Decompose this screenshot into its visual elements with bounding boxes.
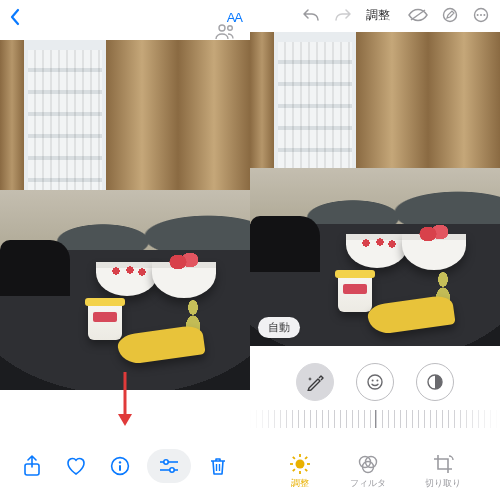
svg-line-32 <box>305 457 307 459</box>
svg-point-8 <box>164 460 168 464</box>
more-button[interactable] <box>472 7 490 23</box>
adjust-icon <box>289 453 311 475</box>
tab-filter[interactable]: フィルタ <box>350 453 386 490</box>
exposure-dial[interactable] <box>356 363 394 401</box>
brilliance-dial[interactable] <box>416 363 454 401</box>
header-title: 調整 <box>366 7 390 24</box>
svg-point-20 <box>368 375 382 389</box>
svg-point-14 <box>444 9 457 22</box>
auto-enhance-dial[interactable] <box>296 363 334 401</box>
viewer-toolbar <box>0 446 250 486</box>
svg-point-10 <box>170 468 174 472</box>
auto-enhance-chip[interactable]: 自動 <box>258 317 300 338</box>
redo-button[interactable] <box>334 7 352 23</box>
svg-point-17 <box>480 14 482 16</box>
edit-tabs: 調整 フィルタ 切り取り <box>250 453 500 490</box>
undo-button[interactable] <box>302 7 320 23</box>
svg-point-24 <box>296 460 305 469</box>
svg-rect-6 <box>119 465 121 471</box>
tab-label: フィルタ <box>350 477 386 490</box>
svg-point-5 <box>119 461 121 463</box>
adjustment-slider[interactable] <box>250 410 500 428</box>
edit-header: 調整 <box>250 0 500 30</box>
adjustment-dials <box>250 358 500 406</box>
edit-button[interactable] <box>147 449 191 483</box>
photo-edit-screen: 調整 <box>250 0 500 500</box>
info-button[interactable] <box>103 449 137 483</box>
svg-line-29 <box>293 457 295 459</box>
annotation-arrow-down <box>116 370 134 428</box>
crop-icon <box>432 453 454 475</box>
tab-crop[interactable]: 切り取り <box>425 453 461 490</box>
svg-point-18 <box>483 14 485 16</box>
favorite-button[interactable] <box>59 449 93 483</box>
tab-label: 調整 <box>291 477 309 490</box>
svg-line-31 <box>293 469 295 471</box>
markup-button[interactable] <box>442 7 458 23</box>
svg-point-22 <box>376 379 378 381</box>
svg-point-16 <box>477 14 479 16</box>
edit-preview[interactable]: 自動 <box>250 32 500 346</box>
back-button[interactable] <box>8 8 22 26</box>
svg-line-30 <box>305 469 307 471</box>
share-button[interactable] <box>15 449 49 483</box>
filter-icon <box>357 453 379 475</box>
delete-button[interactable] <box>201 449 235 483</box>
photo-preview[interactable] <box>0 40 250 390</box>
svg-point-1 <box>228 26 233 31</box>
toggle-original-button[interactable] <box>408 8 428 22</box>
share-people-button[interactable] <box>214 22 236 40</box>
svg-point-21 <box>372 379 374 381</box>
svg-point-0 <box>219 25 225 31</box>
tab-label: 切り取り <box>425 477 461 490</box>
tab-adjust[interactable]: 調整 <box>289 453 311 490</box>
photo-viewer-screen: AA <box>0 0 250 500</box>
